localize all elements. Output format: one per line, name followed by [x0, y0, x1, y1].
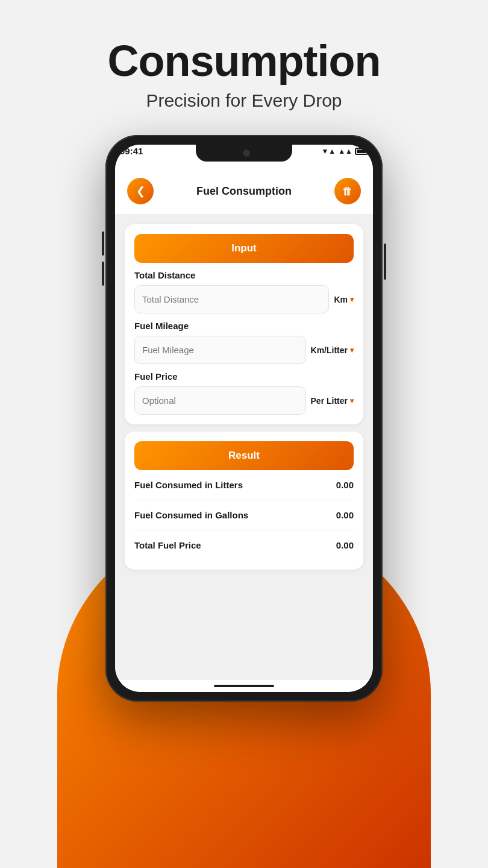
volume-up-button: [102, 231, 104, 256]
status-icons: ▼▲ ▲▲: [321, 147, 368, 156]
total-distance-unit-label: Km: [334, 295, 348, 304]
fuel-mileage-label: Fuel Mileage: [134, 321, 354, 331]
total-distance-unit[interactable]: Km ▾: [334, 295, 354, 304]
result-price-value: 0.00: [336, 540, 354, 550]
fuel-mileage-chevron: ▾: [350, 346, 354, 354]
trash-button[interactable]: 🗑: [334, 178, 361, 204]
result-price-label: Total Fuel Price: [134, 540, 201, 550]
phone-screen: 09:41 ▼▲ ▲▲ ❮ Fuel Consump: [115, 145, 373, 692]
result-liters-label: Fuel Consumed in Litters: [134, 480, 243, 490]
result-liters-value: 0.00: [336, 480, 354, 490]
power-button: [384, 244, 386, 280]
volume-down-button: [102, 262, 104, 286]
page-background: Consumption Precision for Every Drop 09:…: [0, 0, 488, 868]
input-section-button[interactable]: Input: [134, 234, 354, 263]
home-bar: [214, 685, 274, 687]
back-icon: ❮: [136, 184, 145, 198]
result-row-gallons: Fuel Consumed in Gallons 0.00: [134, 500, 354, 530]
fuel-mileage-input[interactable]: [134, 336, 306, 364]
result-section-button[interactable]: Result: [134, 441, 354, 470]
fuel-mileage-row: Km/Litter ▾: [134, 336, 354, 364]
fuel-price-input[interactable]: [134, 386, 306, 415]
home-indicator: [115, 680, 373, 692]
page-title: Consumption: [108, 36, 381, 86]
wifi-icon: ▼▲: [321, 147, 336, 156]
result-row-price: Total Fuel Price 0.00: [134, 530, 354, 560]
status-time: 09:41: [120, 146, 143, 156]
front-camera: [243, 149, 250, 157]
phone-notch: [196, 145, 292, 162]
result-row-liters: Fuel Consumed in Litters 0.00: [134, 470, 354, 500]
total-distance-label: Total Distance: [134, 270, 354, 280]
phone-mockup: 09:41 ▼▲ ▲▲ ❮ Fuel Consump: [105, 135, 383, 702]
fuel-price-unit-label: Per Litter: [311, 396, 348, 406]
signal-icon: ▲▲: [338, 147, 352, 156]
back-button[interactable]: ❮: [127, 178, 154, 204]
fuel-mileage-unit-label: Km/Litter: [311, 345, 348, 355]
total-distance-input[interactable]: [134, 285, 329, 313]
total-distance-chevron: ▾: [350, 295, 354, 304]
result-gallons-value: 0.00: [336, 510, 354, 520]
battery-icon: [355, 148, 368, 155]
page-subtitle: Precision for Every Drop: [146, 90, 342, 111]
fuel-mileage-unit[interactable]: Km/Litter ▾: [311, 345, 354, 355]
app-title: Fuel Consumption: [196, 185, 292, 198]
fuel-price-unit[interactable]: Per Litter ▾: [311, 396, 354, 406]
phone-frame: 09:41 ▼▲ ▲▲ ❮ Fuel Consump: [105, 135, 383, 702]
result-card: Result Fuel Consumed in Litters 0.00 Fue…: [125, 432, 363, 570]
app-content: Input Total Distance Km ▾ Fuel Mileage: [115, 215, 373, 680]
fuel-price-row: Per Litter ▾: [134, 386, 354, 415]
fuel-price-label: Fuel Price: [134, 371, 354, 382]
result-gallons-label: Fuel Consumed in Gallons: [134, 510, 248, 520]
total-distance-row: Km ▾: [134, 285, 354, 313]
trash-icon: 🗑: [342, 185, 353, 198]
fuel-price-chevron: ▾: [350, 397, 354, 405]
input-card: Input Total Distance Km ▾ Fuel Mileage: [125, 224, 363, 424]
